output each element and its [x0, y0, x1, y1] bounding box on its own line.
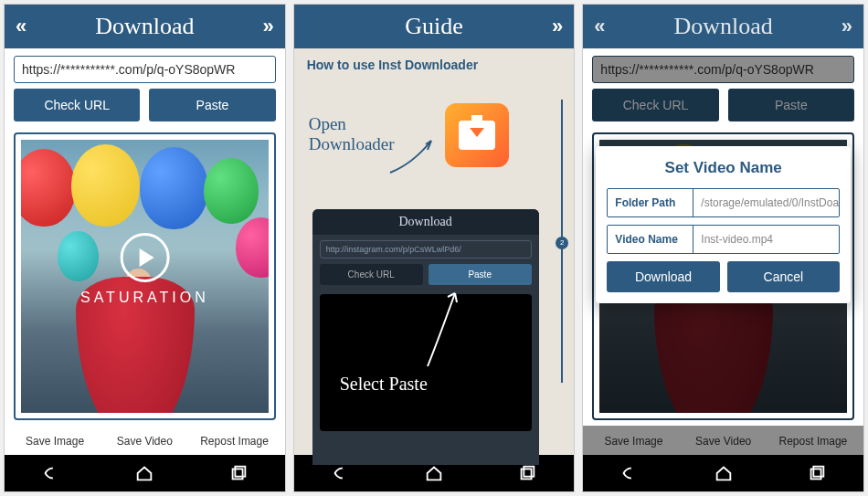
- save-video-button[interactable]: Save Video: [681, 435, 767, 448]
- screenshot-2: « Guide » How to use Inst Downloader Ope…: [293, 4, 576, 492]
- cancel-button[interactable]: Cancel: [727, 261, 840, 292]
- svg-rect-0: [232, 469, 242, 479]
- set-video-name-dialog: Set Video Name Folder Path /storage/emul…: [596, 146, 851, 303]
- next-arrow-icon[interactable]: »: [262, 15, 273, 38]
- folder-path-field[interactable]: Folder Path /storage/emulated/0/InstDoa: [607, 188, 840, 217]
- mini-phone-mockup: Download http://instagram.com/p/pCsWLwlP…: [312, 209, 539, 465]
- button-row: Check URL Paste: [583, 89, 863, 129]
- prev-arrow-icon[interactable]: «: [16, 15, 26, 38]
- svg-rect-4: [810, 469, 820, 479]
- step1-label: Open Downloader: [309, 114, 395, 154]
- video-name-value[interactable]: Inst-video.mp4: [693, 226, 839, 253]
- check-url-button[interactable]: Check URL: [14, 89, 140, 121]
- svg-rect-2: [522, 469, 532, 479]
- repost-image-button[interactable]: Repost Image: [770, 435, 856, 448]
- screenshot-1: « Download » https://***********.com/p/q…: [4, 4, 286, 492]
- mini-check-btn: Check URL: [320, 264, 423, 285]
- app-header: « Guide »: [294, 5, 575, 48]
- mini-url: http://instagram.com/p/pCsWLwlPd6/: [320, 240, 532, 259]
- mini-button-row: Check URL Paste: [312, 264, 539, 290]
- app-header: « Download »: [583, 5, 863, 48]
- video-name-label: Video Name: [608, 226, 693, 253]
- dialog-title: Set Video Name: [607, 146, 840, 188]
- recent-icon[interactable]: [807, 463, 827, 483]
- overlay-caption: SATURATION: [80, 290, 209, 306]
- mini-paste-btn: Paste: [429, 264, 532, 285]
- home-icon[interactable]: [424, 463, 444, 483]
- folder-path-value[interactable]: /storage/emulated/0/InstDoa: [693, 189, 839, 216]
- url-input[interactable]: https://***********.com/p/q-oYS8opWR: [592, 56, 854, 83]
- back-icon[interactable]: [331, 463, 351, 483]
- back-icon[interactable]: [619, 463, 640, 483]
- app-header: « Download »: [5, 5, 285, 48]
- download-button[interactable]: Download: [607, 261, 719, 292]
- guide-subtitle: How to use Inst Downloader: [294, 48, 575, 81]
- next-arrow-icon[interactable]: »: [842, 15, 852, 38]
- prev-arrow-icon[interactable]: «: [594, 15, 605, 38]
- recent-icon[interactable]: [517, 463, 537, 483]
- svg-rect-5: [813, 467, 823, 477]
- preview-image: SATURATION: [21, 140, 269, 413]
- button-row: Check URL Paste: [5, 89, 285, 129]
- home-icon[interactable]: [714, 463, 734, 483]
- svg-rect-3: [524, 467, 535, 477]
- play-icon[interactable]: [120, 233, 169, 282]
- recent-icon[interactable]: [228, 463, 249, 483]
- guide-body: Open Downloader 2 Download http://instag…: [294, 81, 575, 455]
- mini-header: Download: [312, 209, 539, 235]
- action-bar: Save Image Save Video Repost Image: [5, 426, 285, 455]
- app-icon[interactable]: [445, 103, 509, 167]
- header-title: Download: [95, 13, 194, 40]
- header-title: Guide: [405, 13, 463, 40]
- folder-path-label: Folder Path: [608, 189, 693, 216]
- play-overlay[interactable]: SATURATION: [80, 233, 209, 306]
- save-image-button[interactable]: Save Image: [590, 435, 676, 448]
- url-input[interactable]: https://***********.com/p/q-oYS8opWR: [14, 56, 276, 83]
- video-name-field[interactable]: Video Name Inst-video.mp4: [607, 225, 840, 254]
- repost-image-button[interactable]: Repost Image: [191, 435, 277, 448]
- step-slider-thumb[interactable]: 2: [556, 237, 568, 249]
- next-arrow-icon[interactable]: »: [552, 15, 563, 38]
- dialog-button-row: Download Cancel: [607, 261, 840, 292]
- media-preview[interactable]: SATURATION: [14, 132, 276, 420]
- step2-label: Select Paste: [340, 374, 428, 395]
- mini-preview: [320, 294, 532, 431]
- home-icon[interactable]: [134, 463, 154, 483]
- action-bar: Save Image Save Video Repost Image: [583, 426, 863, 455]
- android-navbar: [5, 455, 285, 491]
- check-url-button[interactable]: Check URL: [592, 89, 718, 121]
- screenshot-3: « Download » https://***********.com/p/q…: [582, 4, 864, 492]
- back-icon[interactable]: [41, 463, 61, 483]
- android-navbar: [583, 455, 863, 491]
- paste-button[interactable]: Paste: [728, 89, 854, 121]
- paste-button[interactable]: Paste: [149, 89, 275, 121]
- header-title: Download: [674, 13, 773, 40]
- save-image-button[interactable]: Save Image: [12, 435, 98, 448]
- svg-rect-1: [235, 467, 245, 477]
- save-video-button[interactable]: Save Video: [101, 435, 187, 448]
